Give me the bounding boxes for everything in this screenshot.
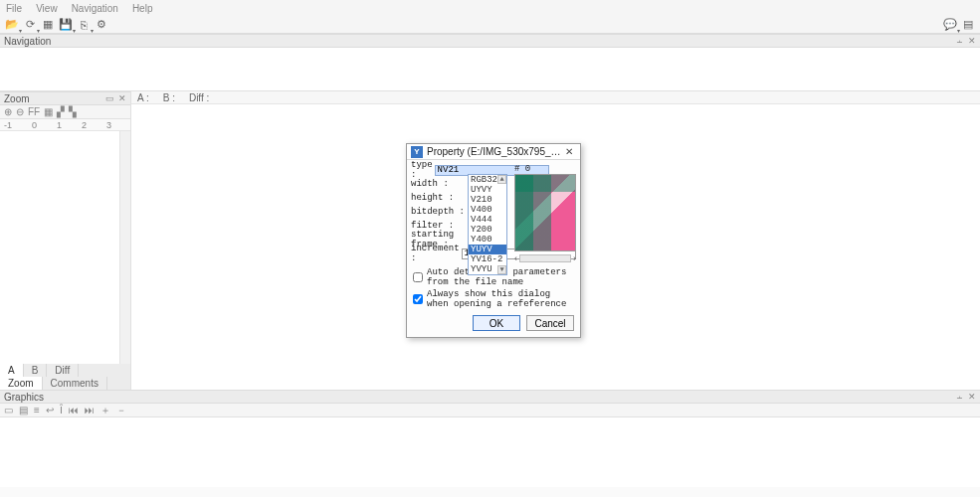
preview-image bbox=[514, 174, 576, 251]
dialog-buttons: OK Cancel bbox=[407, 313, 580, 337]
stairs2-icon[interactable]: ▚ bbox=[69, 106, 77, 117]
type-option-selected[interactable]: YUYV bbox=[469, 245, 506, 254]
scroll-down-icon[interactable]: ▼ bbox=[497, 265, 506, 274]
panel-float-icon[interactable]: ▭ bbox=[105, 93, 114, 103]
navigation-panel-header: Navigation ⫠ ✕ bbox=[0, 34, 980, 48]
cancel-button[interactable]: Cancel bbox=[526, 315, 574, 331]
graphics-panel-header: Graphics ⫠ ✕ bbox=[0, 390, 980, 404]
ok-button[interactable]: OK bbox=[473, 315, 520, 331]
panel-close-icon[interactable]: ✕ bbox=[968, 392, 976, 402]
type-option[interactable]: Y200 bbox=[469, 225, 506, 235]
type-option[interactable]: Y400 bbox=[469, 235, 506, 245]
ruler-tick: 0 bbox=[32, 120, 37, 130]
menu-file[interactable]: File bbox=[6, 3, 22, 14]
compare-a-label: A : bbox=[137, 92, 149, 103]
compare-diff-label: Diff : bbox=[189, 92, 209, 103]
always-show-row[interactable]: Always show this dialog when opening a r… bbox=[413, 289, 574, 309]
zoom-column: Zoom ▭ ✕ ⊕ ⊖ FF ▦ ▞ ▚ -1 0 1 2 3 A B Dif… bbox=[0, 91, 131, 390]
always-show-checkbox[interactable] bbox=[413, 294, 423, 304]
compare-b-label: B : bbox=[163, 92, 175, 103]
scroll-up-icon[interactable]: ▲ bbox=[497, 175, 506, 184]
tab-b[interactable]: B bbox=[24, 364, 48, 377]
increment-label: increment : bbox=[411, 244, 460, 263]
panel-pin-icon[interactable]: ⫠ bbox=[955, 392, 964, 402]
tool-rect-icon[interactable]: ▭ bbox=[4, 405, 13, 415]
save-button[interactable]: 💾 bbox=[58, 17, 74, 33]
type-option[interactable]: V444 bbox=[469, 215, 506, 225]
refresh-button[interactable]: ⟳ bbox=[22, 17, 38, 33]
menu-view[interactable]: View bbox=[36, 3, 58, 14]
ff-icon[interactable]: FF bbox=[28, 106, 40, 117]
tab-comments[interactable]: Comments bbox=[43, 377, 107, 390]
type-label: type : bbox=[411, 160, 433, 180]
export-button[interactable]: ⎘ bbox=[76, 17, 92, 33]
scroll-left-icon[interactable]: ‹ bbox=[514, 253, 517, 263]
tool-align-icon[interactable]: ≡ bbox=[34, 405, 40, 415]
graphics-panel-title: Graphics bbox=[4, 392, 44, 403]
type-option[interactable]: UYVY bbox=[469, 185, 506, 195]
graphics-body bbox=[0, 417, 980, 487]
tool-text-icon[interactable]: Ȋ bbox=[60, 405, 63, 415]
zoom-panel-header: Zoom ▭ ✕ bbox=[0, 91, 130, 105]
zoom-tabs-compare: A B Diff bbox=[0, 364, 130, 377]
compare-header: A : B : Diff : bbox=[131, 91, 980, 104]
auto-detect-checkbox[interactable] bbox=[413, 272, 423, 282]
zoom-out-icon[interactable]: ⊖ bbox=[16, 106, 24, 117]
dialog-titlebar[interactable]: Y Property (E:/IMG_530x795_YUYV_DUMP.YUY… bbox=[407, 144, 580, 160]
ruler-tick: 1 bbox=[57, 120, 62, 130]
always-show-label: Always show this dialog when opening a r… bbox=[427, 289, 574, 309]
ruler-tick: -1 bbox=[4, 120, 12, 130]
panel-close-icon[interactable]: ✕ bbox=[968, 36, 976, 46]
zoom-panel-title: Zoom bbox=[4, 93, 30, 104]
ruler-tick: 2 bbox=[82, 120, 87, 130]
zoom-in-icon[interactable]: ⊕ bbox=[4, 106, 12, 117]
graphics-toolbar: ▭ ▤ ≡ ↩ Ȋ ⏮ ⏭ ＋ － bbox=[0, 404, 980, 417]
tool-prev-icon[interactable]: ↩ bbox=[46, 405, 54, 415]
type-dropdown-list[interactable]: ▲ RGB32 UYVY V210 V400 V444 Y200 Y400 YU… bbox=[468, 174, 507, 275]
tool-first-icon[interactable]: ⏮ bbox=[69, 405, 79, 415]
dialog-app-icon: Y bbox=[411, 146, 423, 158]
menu-bar: File View Navigation Help bbox=[0, 0, 980, 16]
zoom-canvas[interactable] bbox=[0, 131, 130, 364]
grid-icon[interactable]: ▦ bbox=[40, 17, 56, 33]
tool-plus-icon[interactable]: ＋ bbox=[100, 404, 110, 417]
panel-pin-icon[interactable]: ⫠ bbox=[955, 36, 964, 46]
tool-layers-icon[interactable]: ▤ bbox=[19, 405, 28, 415]
main-toolbar: 📂 ⟳ ▦ 💾 ⎘ ⚙ 💬 ▤ bbox=[0, 16, 980, 34]
tab-a[interactable]: A bbox=[0, 364, 24, 377]
type-option[interactable]: YV16-2 bbox=[469, 254, 506, 264]
open-button[interactable]: 📂 bbox=[4, 17, 20, 33]
settings-button[interactable]: ⚙ bbox=[94, 17, 109, 33]
grid-icon[interactable]: ▦ bbox=[44, 106, 53, 117]
type-option[interactable]: V210 bbox=[469, 195, 506, 205]
zoom-tabs-mode: Zoom Comments bbox=[0, 377, 130, 390]
layout-icon[interactable]: ▤ bbox=[960, 17, 976, 33]
panel-close-icon[interactable]: ✕ bbox=[118, 93, 126, 103]
stairs-icon[interactable]: ▞ bbox=[57, 106, 65, 117]
scroll-track[interactable] bbox=[519, 254, 571, 262]
tool-last-icon[interactable]: ⏭ bbox=[85, 405, 95, 415]
tab-zoom[interactable]: Zoom bbox=[0, 377, 43, 390]
navigation-panel-body bbox=[0, 48, 980, 91]
menu-help[interactable]: Help bbox=[132, 3, 153, 14]
menu-navigation[interactable]: Navigation bbox=[72, 3, 118, 14]
tool-minus-icon[interactable]: － bbox=[116, 404, 126, 417]
zoom-ruler: -1 0 1 2 3 bbox=[0, 119, 130, 131]
dialog-close-button[interactable]: ✕ bbox=[562, 146, 576, 157]
chat-icon[interactable]: 💬 bbox=[942, 17, 958, 33]
ruler-tick: 3 bbox=[106, 120, 111, 130]
scroll-right-icon[interactable]: › bbox=[573, 253, 576, 263]
navigation-panel-title: Navigation bbox=[4, 36, 51, 47]
zoom-toolbar: ⊕ ⊖ FF ▦ ▞ ▚ bbox=[0, 105, 130, 119]
dialog-preview: # 0 ‹ › bbox=[514, 164, 576, 263]
preview-index-label: # 0 bbox=[514, 164, 576, 174]
dialog-title: Property (E:/IMG_530x795_YUYV_DUMP.YUYV) bbox=[427, 146, 562, 157]
tab-diff[interactable]: Diff bbox=[47, 364, 79, 377]
type-option[interactable]: V400 bbox=[469, 205, 506, 215]
preview-scrollbar[interactable]: ‹ › bbox=[514, 253, 576, 263]
